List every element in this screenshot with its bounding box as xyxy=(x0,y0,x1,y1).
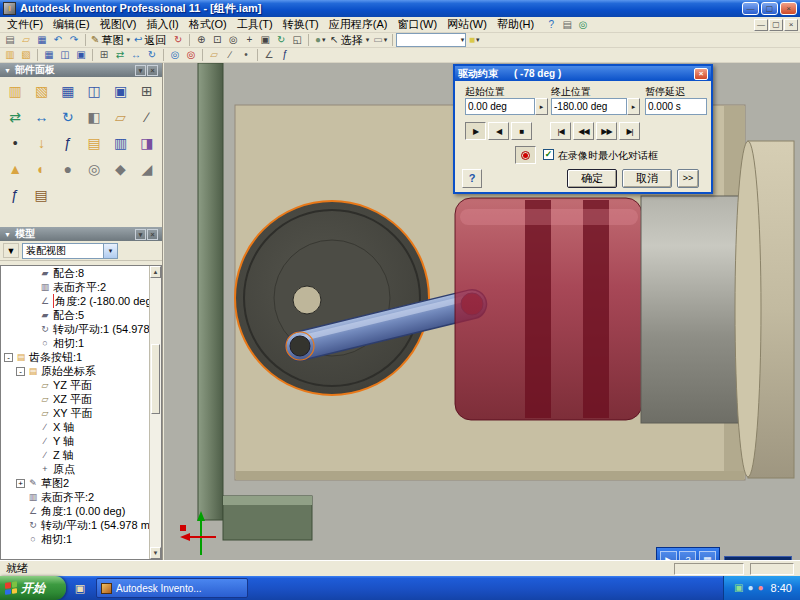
rotate-component-button[interactable]: ↻ xyxy=(144,48,160,62)
parameters-button[interactable]: ƒ xyxy=(277,48,293,62)
dialog-help-button[interactable]: ? xyxy=(462,169,482,188)
move-component-tool[interactable]: ↔ xyxy=(28,105,54,129)
work-axis-button[interactable]: ∕ xyxy=(222,48,238,62)
tray-status-red-icon[interactable]: ● xyxy=(758,583,764,593)
zoom-button[interactable]: ◎ xyxy=(225,33,241,47)
record-button[interactable] xyxy=(515,146,536,164)
view-selector-dropdown[interactable]: 装配视图 ▾ xyxy=(22,243,118,259)
window-minimize-button[interactable]: — xyxy=(742,2,759,15)
priority-dropdown[interactable]: ▭▾ xyxy=(371,33,389,47)
tray-status-blue-icon[interactable]: ● xyxy=(747,583,753,593)
child-minimize-button[interactable]: — xyxy=(754,19,768,31)
drive-forward-button[interactable]: ▶ xyxy=(465,122,486,140)
start-flyout-button[interactable]: ▸ xyxy=(535,98,548,115)
select-dropdown[interactable]: ↖选择▾ xyxy=(328,33,371,47)
rotate-component-tool[interactable]: ↻ xyxy=(55,105,81,129)
pause-delay-input[interactable] xyxy=(645,98,707,115)
return-button[interactable]: ↩返回 xyxy=(132,33,170,47)
tree-item[interactable]: +✎草图2 xyxy=(1,476,149,490)
menu-item-8[interactable]: 应用程序(A) xyxy=(324,16,393,33)
parameters-tool[interactable]: ƒ xyxy=(55,131,81,155)
pattern-component-button[interactable]: ▦ xyxy=(41,48,57,62)
start-position-input[interactable] xyxy=(465,98,535,115)
work-point-tool[interactable]: • xyxy=(2,131,28,155)
flywheel-hole[interactable] xyxy=(293,286,321,314)
menu-item-9[interactable]: 窗口(W) xyxy=(392,16,442,33)
tree-item[interactable]: ∕Y 轴 xyxy=(1,434,149,448)
help-topics-button[interactable]: ? xyxy=(543,18,559,32)
undo-button[interactable]: ↶ xyxy=(50,33,66,47)
tree-expand-icon[interactable]: + xyxy=(16,479,25,488)
menu-item-4[interactable]: 插入(I) xyxy=(141,16,183,33)
panel-menu-button[interactable]: ▾ xyxy=(135,229,146,240)
tree-expand-icon[interactable]: - xyxy=(4,353,13,362)
move-component-button[interactable]: ↔ xyxy=(128,48,144,62)
tree-item[interactable]: ∠角度:2 (-180.00 deg) xyxy=(1,294,149,308)
menu-item-11[interactable]: 帮助(H) xyxy=(492,16,539,33)
display-mode-dropdown[interactable]: ●▾ xyxy=(312,33,328,47)
feature-library-tool[interactable]: ▤ xyxy=(28,183,54,207)
tree-item[interactable]: ↻转动/平动:1 (54.978 m xyxy=(1,518,149,532)
tree-item[interactable]: ∕Z 轴 xyxy=(1,448,149,462)
end-position-input[interactable] xyxy=(551,98,627,115)
start-button[interactable]: 开始 xyxy=(0,576,66,600)
menu-item-2[interactable]: 编辑(E) xyxy=(48,16,95,33)
dialog-title-bar[interactable]: 驱动约束 ( -78 deg ) × xyxy=(455,66,711,81)
menu-item-6[interactable]: 工具(T) xyxy=(232,16,278,33)
tree-item[interactable]: ∠角度:1 (0.00 deg) xyxy=(1,504,149,518)
tree-item[interactable]: ▰配合:8 xyxy=(1,266,149,280)
rotate-view-button[interactable]: ↻ xyxy=(273,33,289,47)
menu-item-7[interactable]: 转换(T) xyxy=(278,16,324,33)
tree-item[interactable]: ▱XZ 平面 xyxy=(1,392,149,406)
drive-reverse-button[interactable]: ◀ xyxy=(488,122,509,140)
look-at-button[interactable]: ◱ xyxy=(289,33,305,47)
tree-item[interactable]: +原点 xyxy=(1,462,149,476)
zoom-selected-button[interactable]: ▣ xyxy=(257,33,273,47)
measure-button[interactable]: ∠ xyxy=(261,48,277,62)
extrude-tool[interactable]: ▲ xyxy=(2,157,28,181)
copy-components-tool[interactable]: ▣ xyxy=(107,79,133,103)
model-panel-header[interactable]: ▼ 模型 ▾× xyxy=(0,227,162,241)
contact-solver-red-button[interactable]: ◎ xyxy=(183,48,199,62)
work-plane-tool[interactable]: ▱ xyxy=(107,105,133,129)
step-back-button[interactable]: ◀◀ xyxy=(573,122,594,140)
end-flyout-button[interactable]: ▸ xyxy=(627,98,640,115)
go-to-start-button[interactable]: |◀ xyxy=(550,122,571,140)
zoom-all-button[interactable]: ⊕ xyxy=(193,33,209,47)
child-restore-button[interactable]: ▢ xyxy=(769,19,783,31)
menu-item-1[interactable]: 文件(F) xyxy=(2,16,48,33)
mirror-components-tool[interactable]: ◫ xyxy=(81,79,107,103)
go-to-end-button[interactable]: ▶| xyxy=(619,122,640,140)
parts-panel-header[interactable]: ▼ 部件面板 ▾× xyxy=(0,63,162,77)
create-ipart-tool[interactable]: ▤ xyxy=(81,131,107,155)
more-options-button[interactable]: >> xyxy=(677,169,699,188)
tree-item[interactable]: ∕X 轴 xyxy=(1,420,149,434)
tree-item[interactable]: ▥表面齐平:2 xyxy=(1,490,149,504)
redo-button[interactable]: ↷ xyxy=(66,33,82,47)
fillet-tool[interactable]: ◆ xyxy=(107,157,133,181)
window-close-button[interactable]: × xyxy=(780,2,797,15)
tree-expand-icon[interactable]: - xyxy=(16,367,25,376)
derived-component-tool[interactable]: ↓ xyxy=(28,131,54,155)
scroll-down-button[interactable]: ▼ xyxy=(150,547,161,559)
scroll-up-button[interactable]: ▲ xyxy=(150,266,161,278)
cancel-button[interactable]: 取消 xyxy=(622,169,672,188)
tree-item[interactable]: ○相切:1 xyxy=(1,336,149,350)
scrollbar-thumb[interactable] xyxy=(151,344,160,414)
sketch-button[interactable]: ✎草图▾ xyxy=(89,33,132,47)
tray-status-green-icon[interactable]: ▣ xyxy=(734,583,743,593)
menu-item-10[interactable]: 网站(W) xyxy=(442,16,492,33)
minimize-on-record-checkbox[interactable]: ✓ xyxy=(543,149,554,160)
tree-item[interactable]: ○相切:1 xyxy=(1,532,149,546)
work-axis-tool[interactable]: ∕ xyxy=(134,105,160,129)
hole-tool[interactable]: ● xyxy=(55,157,81,181)
place-component-tool[interactable]: ▥ xyxy=(2,79,28,103)
child-close-button[interactable]: × xyxy=(784,19,798,31)
tree-item[interactable]: ▱YZ 平面 xyxy=(1,378,149,392)
taskbar-task-button[interactable]: Autodesk Invento... xyxy=(96,578,248,598)
browser-scrollbar[interactable]: ▲ ▼ xyxy=(149,266,161,559)
open-button[interactable]: ▱ xyxy=(18,33,34,47)
whats-this-button[interactable]: ▤ xyxy=(559,18,575,32)
create-component-tool[interactable]: ▧ xyxy=(28,79,54,103)
web-help-button[interactable]: ◎ xyxy=(575,18,591,32)
